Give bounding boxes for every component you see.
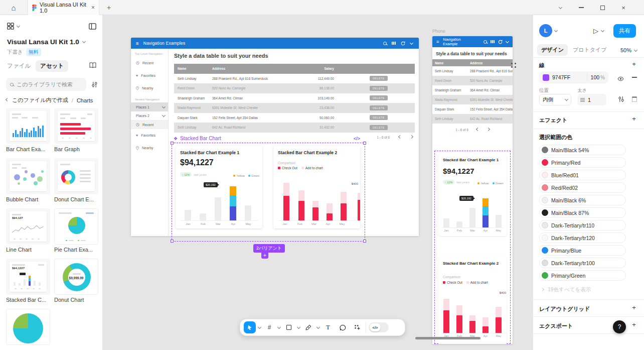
appbar-view-columns-icon[interactable] — [491, 40, 495, 44]
zoom-menu[interactable]: 50% — [620, 47, 637, 53]
stroke-position-select[interactable]: 内側 — [539, 94, 571, 105]
stroke-color-swatch[interactable] — [543, 74, 549, 81]
delete-button[interactable]: DELETE — [370, 95, 388, 100]
add-layout-grid-button[interactable]: + — [630, 303, 638, 311]
table-row[interactable]: Daquan Stark152 Felis Street, Apt 354 Da… — [174, 113, 415, 123]
pagination-next-icon[interactable] — [487, 127, 490, 131]
selection-color-chip[interactable]: Primary/Green — [539, 270, 626, 281]
delete-button[interactable]: DELETE — [370, 105, 388, 110]
window-close-icon[interactable]: × — [615, 0, 632, 15]
tab-prototype[interactable]: プロトタイプ — [570, 44, 610, 56]
appbar-refresh-icon[interactable] — [401, 41, 405, 46]
pen-tool-chevron-icon[interactable] — [316, 325, 320, 328]
frame-tool[interactable]: # — [263, 321, 275, 333]
library-search-input[interactable]: このライブラリで検索 — [6, 78, 86, 91]
nav-item-places1[interactable]: Places 1 — [131, 102, 168, 111]
selection-handle[interactable] — [363, 142, 366, 145]
selection-color-chip[interactable]: Main/Black 6% — [539, 195, 626, 205]
selection-color-chip[interactable]: Main/Black 87% — [539, 207, 626, 218]
stroke-weight-input[interactable]: 1 — [577, 94, 606, 105]
main-menu-button[interactable] — [7, 23, 20, 30]
comment-tool[interactable] — [337, 321, 349, 333]
breadcrumb-path[interactable]: このファイル内で作成 — [12, 96, 68, 104]
add-effect-button[interactable]: + — [630, 114, 638, 123]
delete-button[interactable]: DELETE — [370, 76, 388, 81]
component-code-icon[interactable]: </> — [354, 136, 360, 141]
selection-handle[interactable] — [363, 240, 366, 243]
text-tool[interactable]: T — [322, 321, 334, 333]
close-tab-icon[interactable]: × — [91, 4, 95, 11]
asset-bar-graph[interactable]: Bar Graph — [54, 108, 98, 152]
window-minimize-icon[interactable] — [573, 0, 590, 15]
actions-tool[interactable] — [351, 321, 363, 333]
table-row[interactable]: Seth Lindsay288 Praesent Rd., Apt 616 Su… — [432, 66, 513, 76]
show-all-colors-button[interactable]: 19色すべてを表示 — [541, 286, 591, 293]
table-row[interactable]: Shaeleigh Graham364 Amet Rd. Climax103,1… — [174, 93, 415, 103]
window-maximize-icon[interactable] — [594, 0, 611, 15]
selection-color-chip[interactable]: Dark-Tertiary/tr110 — [539, 220, 626, 230]
phone-stacked-bar-card-1[interactable]: Stacked Bar Chart Example 1 $94,1227 ↑ 1… — [438, 154, 507, 236]
stroke-opacity-value[interactable]: 100 — [591, 74, 600, 80]
remove-stroke-icon[interactable] — [632, 77, 637, 78]
add-variant-button[interactable]: + — [261, 252, 268, 259]
asset-donut-chart[interactable]: $9,999.99 Donut Chart — [54, 259, 98, 303]
tab-assets[interactable]: アセット — [36, 60, 68, 72]
table-row[interactable]: Seth Lindsay288 Praesent Rd., Apt 616 Su… — [174, 74, 415, 84]
delete-button[interactable]: DELETE — [370, 115, 388, 120]
asset-stacked-bar-chart[interactable]: $94,1227 Stacked Bar C... — [6, 259, 50, 303]
selection-color-chip[interactable]: Dark-Tertiary/tr120 — [539, 232, 626, 243]
pagination-prev-icon[interactable] — [398, 135, 402, 139]
move-tool[interactable] — [244, 321, 256, 333]
pagination-prev-icon[interactable] — [476, 127, 479, 131]
selection-color-chip[interactable]: Dark-Tertiary/tr100 — [539, 258, 626, 268]
new-tab-button[interactable]: + — [103, 2, 114, 13]
advanced-stroke-icon[interactable] — [618, 95, 624, 104]
selection-color-chip[interactable]: Main/Black 54% — [539, 145, 626, 155]
selection-handle[interactable] — [171, 142, 174, 145]
selection-color-chip[interactable]: Red/Red02 — [539, 182, 626, 193]
present-button[interactable]: ▷ — [593, 27, 604, 35]
stroke-color-hex[interactable]: 9747FF — [552, 74, 570, 80]
asset-line-chart[interactable]: $94,127 Line Chart — [6, 208, 50, 253]
selection-color-chip[interactable]: Primary/Blue — [539, 245, 626, 256]
phone-frame-label[interactable]: Phone — [432, 29, 445, 34]
add-stroke-button[interactable]: + — [630, 60, 638, 68]
canvas-horizontal-scrollbar[interactable] — [415, 337, 480, 339]
hamburger-menu-icon[interactable]: ≡ — [436, 39, 439, 44]
table-row[interactable]: Seth Lindsay642 Ac. Road Richland31,432.… — [174, 123, 415, 133]
pagination-next-icon[interactable] — [410, 135, 413, 139]
current-user-menu[interactable]: L — [539, 24, 557, 37]
selection-handle[interactable] — [171, 240, 174, 243]
appbar-dropdown-icon[interactable] — [506, 39, 509, 43]
table-row[interactable]: Daquan Stark152 Felis Street, Apt 354 Da… — [432, 104, 513, 114]
library-book-icon[interactable] — [89, 61, 96, 70]
stroke-visibility-eye-icon[interactable] — [617, 74, 624, 83]
nav-item-recent-nested[interactable]: Recent — [131, 121, 168, 129]
styles-icon[interactable] — [511, 63, 516, 68]
selection-color-chip[interactable]: Primary/Red — [539, 157, 626, 168]
selection-color-chip[interactable]: Blue/Red01 — [539, 170, 626, 180]
appbar-refresh-icon[interactable] — [498, 40, 503, 44]
stroke-per-side-icon[interactable] — [631, 95, 637, 104]
component-set-label[interactable]: ❖ Stacked Bar Chart — [174, 136, 221, 141]
share-button[interactable]: 共有 — [613, 24, 636, 38]
panel-toggle-icon[interactable] — [89, 23, 96, 32]
appbar-dropdown-icon[interactable] — [410, 41, 413, 44]
shape-tool[interactable] — [283, 321, 295, 333]
table-row[interactable]: Reed Dixon520 Nunc Av. Carnegie86,138.00… — [174, 83, 415, 93]
nav-item-nearby[interactable]: Nearby — [131, 82, 168, 94]
appbar-view-columns-icon[interactable] — [392, 41, 396, 45]
stacked-bar-card-1[interactable]: Stacked Bar Chart Example 1 $94,1227 ↑ 1… — [176, 146, 262, 228]
asset-donut-chart-example[interactable]: Donut Chart E... — [54, 158, 98, 202]
nav-item-favorites[interactable]: ♥ Favorites — [131, 69, 168, 82]
nav-item-places2[interactable]: Places 2 — [131, 111, 168, 121]
nav-item-nearby-nested[interactable]: Nearby — [131, 142, 168, 154]
breadcrumb-back-icon[interactable] — [6, 98, 9, 101]
appbar-search-icon[interactable] — [383, 42, 387, 45]
shape-tool-chevron-icon[interactable] — [297, 325, 300, 328]
phone-stacked-bar-card-2[interactable]: Stacked Bar Chart Example 2 Comparison C… — [438, 257, 507, 344]
appbar-search-icon[interactable] — [484, 40, 487, 44]
hamburger-menu-icon[interactable]: ≡ — [136, 41, 139, 46]
table-row[interactable]: Seth Lindsay642 Ac. Road Richland — [432, 114, 513, 124]
phone-design-frame[interactable]: ≡ Navigation Example Style a data table … — [432, 36, 513, 344]
